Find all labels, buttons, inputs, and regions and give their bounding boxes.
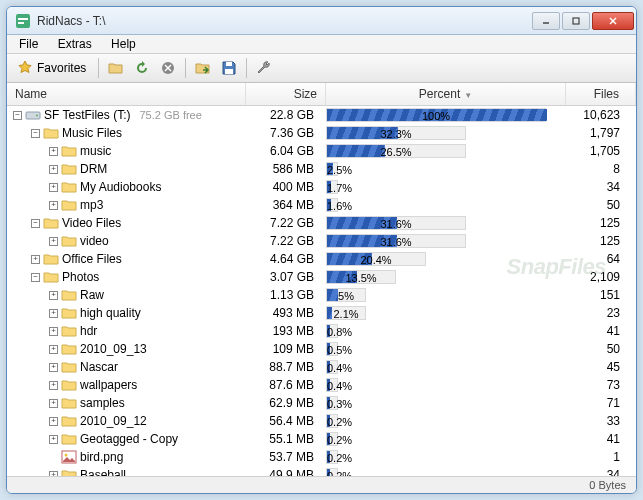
stop-button[interactable] xyxy=(157,57,179,79)
percent-bar: 5% xyxy=(326,288,366,302)
expander-icon[interactable]: − xyxy=(13,111,22,120)
percent-bar: 0.2% xyxy=(326,432,338,446)
table-row[interactable]: +My Audiobooks400 MB1.7%34 xyxy=(7,178,636,196)
expander-icon[interactable]: + xyxy=(49,201,58,210)
table-row[interactable]: −Photos3.07 GB13.5%2,109 xyxy=(7,268,636,286)
export-button[interactable] xyxy=(192,57,214,79)
table-row[interactable]: +2010_09_1256.4 MB0.2%33 xyxy=(7,412,636,430)
expander-icon[interactable]: + xyxy=(31,255,40,264)
expander-icon[interactable]: + xyxy=(49,309,58,318)
svg-rect-2 xyxy=(18,22,24,24)
maximize-button[interactable] xyxy=(562,12,590,30)
item-files: 71 xyxy=(566,396,636,410)
table-row[interactable]: +Baseball49.9 MB0.2%34 xyxy=(7,466,636,476)
table-row[interactable]: −Video Files7.22 GB31.6%125 xyxy=(7,214,636,232)
sort-desc-icon: ▼ xyxy=(464,91,472,100)
header-percent[interactable]: Percent▼ xyxy=(326,83,566,105)
column-headers: Name Size Percent▼ Files xyxy=(7,83,636,106)
expander-icon[interactable]: − xyxy=(31,273,40,282)
status-text: 0 Bytes xyxy=(589,479,626,491)
minimize-button[interactable] xyxy=(532,12,560,30)
item-files: 151 xyxy=(566,288,636,302)
expander-icon[interactable]: + xyxy=(49,345,58,354)
table-row[interactable]: +wallpapers87.6 MB0.4%73 xyxy=(7,376,636,394)
close-button[interactable] xyxy=(592,12,634,30)
menu-extras[interactable]: Extras xyxy=(50,35,100,53)
expander-icon[interactable]: + xyxy=(49,471,58,477)
item-files: 1,705 xyxy=(566,144,636,158)
table-row[interactable]: +music6.04 GB26.5%1,705 xyxy=(7,142,636,160)
item-name: DRM xyxy=(80,162,107,176)
percent-label: 100% xyxy=(327,109,545,123)
titlebar[interactable]: RidNacs - T:\ xyxy=(7,7,636,35)
favorites-button[interactable]: Favorites xyxy=(11,58,92,78)
percent-bar: 0.3% xyxy=(326,396,338,410)
percent-bar: 2.1% xyxy=(326,306,366,320)
percent-label: 1.6% xyxy=(327,199,337,213)
settings-button[interactable] xyxy=(253,57,275,79)
table-row[interactable]: +video7.22 GB31.6%125 xyxy=(7,232,636,250)
toolbar: Favorites xyxy=(7,54,636,83)
table-row[interactable]: +mp3364 MB1.6%50 xyxy=(7,196,636,214)
item-name: SF TestFiles (T:) xyxy=(44,108,130,122)
item-size: 109 MB xyxy=(246,342,326,356)
percent-label: 0.2% xyxy=(327,415,337,429)
folder-icon xyxy=(61,341,77,357)
table-row[interactable]: +Geotagged - Copy55.1 MB0.2%41 xyxy=(7,430,636,448)
table-row[interactable]: +samples62.9 MB0.3%71 xyxy=(7,394,636,412)
expander-icon[interactable]: + xyxy=(49,417,58,426)
header-files[interactable]: Files xyxy=(566,83,636,105)
table-row[interactable]: +Nascar88.7 MB0.4%45 xyxy=(7,358,636,376)
table-row[interactable]: −Music Files7.36 GB32.3%1,797 xyxy=(7,124,636,142)
percent-bar: 31.6% xyxy=(326,234,466,248)
tree-list[interactable]: SnapFiles −SF TestFiles (T:)75.2 GB free… xyxy=(7,106,636,476)
table-row[interactable]: +2010_09_13109 MB0.5%50 xyxy=(7,340,636,358)
save-button[interactable] xyxy=(218,57,240,79)
folder-icon xyxy=(43,215,59,231)
expander-icon[interactable]: + xyxy=(49,291,58,300)
open-button[interactable] xyxy=(105,57,127,79)
table-row[interactable]: +DRM586 MB2.5%8 xyxy=(7,160,636,178)
item-size: 53.7 MB xyxy=(246,450,326,464)
item-name: Geotagged - Copy xyxy=(80,432,178,446)
expander-icon[interactable]: + xyxy=(49,147,58,156)
item-size: 7.22 GB xyxy=(246,216,326,230)
table-row[interactable]: +Office Files4.64 GB20.4%64 xyxy=(7,250,636,268)
folder-icon xyxy=(61,323,77,339)
folder-export-icon xyxy=(195,60,211,76)
item-size: 7.22 GB xyxy=(246,234,326,248)
item-name: wallpapers xyxy=(80,378,137,392)
folder-icon xyxy=(61,431,77,447)
expander-icon[interactable]: + xyxy=(49,435,58,444)
table-row[interactable]: +Raw1.13 GB5%151 xyxy=(7,286,636,304)
item-size: 88.7 MB xyxy=(246,360,326,374)
expander-icon[interactable]: + xyxy=(49,381,58,390)
table-row[interactable]: +hdr193 MB0.8%41 xyxy=(7,322,636,340)
percent-label: 26.5% xyxy=(327,145,465,159)
refresh-icon xyxy=(134,60,150,76)
item-files: 125 xyxy=(566,234,636,248)
expander-icon[interactable]: + xyxy=(49,183,58,192)
item-name: Raw xyxy=(80,288,104,302)
expander-icon[interactable]: − xyxy=(31,129,40,138)
header-size[interactable]: Size xyxy=(246,83,326,105)
expander-icon[interactable]: + xyxy=(49,399,58,408)
expander-icon[interactable]: + xyxy=(49,363,58,372)
table-row[interactable]: +high quality493 MB2.1%23 xyxy=(7,304,636,322)
refresh-button[interactable] xyxy=(131,57,153,79)
percent-bar: 0.4% xyxy=(326,360,338,374)
percent-bar: 2.5% xyxy=(326,162,338,176)
menu-file[interactable]: File xyxy=(11,35,46,53)
item-size: 193 MB xyxy=(246,324,326,338)
expander-icon[interactable]: − xyxy=(31,219,40,228)
header-name[interactable]: Name xyxy=(7,83,246,105)
table-row[interactable]: bird.png53.7 MB0.2%1 xyxy=(7,448,636,466)
menu-help[interactable]: Help xyxy=(103,35,144,53)
percent-label: 2.5% xyxy=(327,163,337,177)
image-icon xyxy=(61,449,77,465)
folder-icon xyxy=(43,269,59,285)
expander-icon[interactable]: + xyxy=(49,165,58,174)
expander-icon[interactable]: + xyxy=(49,237,58,246)
table-row[interactable]: −SF TestFiles (T:)75.2 GB free22.8 GB100… xyxy=(7,106,636,124)
expander-icon[interactable]: + xyxy=(49,327,58,336)
